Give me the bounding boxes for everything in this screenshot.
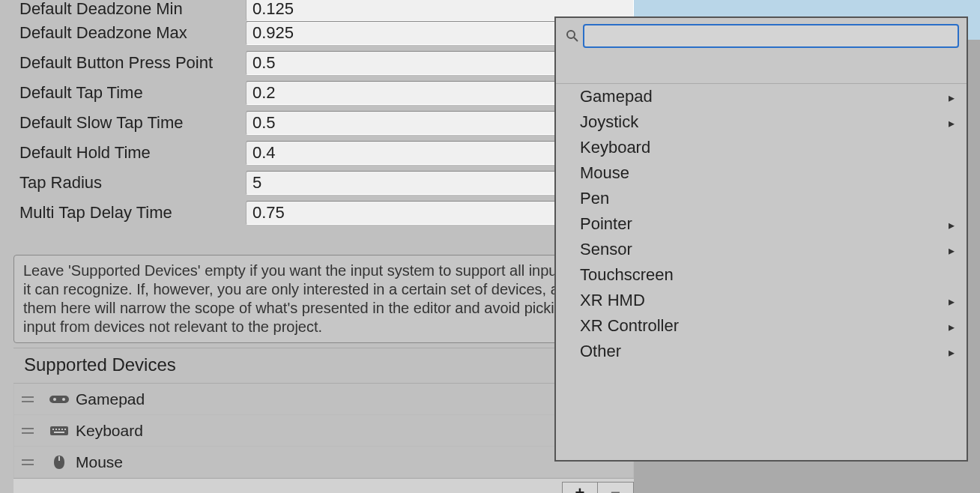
chevron-right-icon — [949, 291, 955, 310]
field-row: Default Deadzone Min — [13, 0, 634, 18]
field-row: Default Deadzone Max — [13, 18, 634, 48]
svg-rect-10 — [58, 456, 60, 461]
popup-item-label: Pen — [580, 189, 609, 208]
popup-list: Gamepad Joystick Keyboard Mouse Pen Poin… — [556, 84, 967, 460]
svg-point-11 — [567, 31, 575, 38]
popup-item-touchscreen[interactable]: Touchscreen — [556, 262, 967, 288]
drag-handle-icon[interactable] — [20, 428, 35, 434]
list-item-label: Keyboard — [76, 422, 143, 440]
chevron-right-icon — [949, 112, 955, 132]
drag-handle-icon[interactable] — [20, 396, 35, 402]
help-box: Leave 'Supported Devices' empty if you w… — [13, 255, 634, 343]
search-row — [556, 18, 967, 49]
popup-item-label: Gamepad — [580, 87, 653, 106]
svg-rect-0 — [49, 396, 69, 403]
field-label: Tap Radius — [13, 173, 246, 193]
popup-item-label: XR Controller — [580, 316, 679, 336]
field-label: Multi Tap Delay Time — [13, 203, 246, 223]
device-picker-popup: Gamepad Joystick Keyboard Mouse Pen Poin… — [554, 16, 968, 462]
chevron-right-icon — [949, 214, 955, 234]
popup-item-joystick[interactable]: Joystick — [556, 109, 967, 135]
chevron-right-icon — [949, 240, 955, 259]
list-item-label: Mouse — [76, 453, 123, 471]
popup-item-label: Joystick — [580, 112, 638, 132]
mouse-icon — [49, 454, 70, 471]
list-item[interactable]: Mouse — [14, 447, 633, 478]
list-footer: + − — [13, 478, 634, 493]
popup-item-label: Pointer — [580, 214, 632, 234]
field-label: Default Hold Time — [13, 143, 246, 163]
field-row: Tap Radius — [13, 168, 634, 198]
field-row: Default Slow Tap Time — [13, 108, 634, 138]
popup-item-xrcontroller[interactable]: XR Controller — [556, 313, 967, 339]
inspector-panel: Default Deadzone Min Default Deadzone Ma… — [13, 0, 634, 493]
gamepad-icon — [49, 391, 70, 408]
svg-rect-3 — [50, 426, 68, 435]
popup-header-spacer — [556, 49, 967, 84]
svg-rect-7 — [61, 429, 63, 430]
popup-item-label: Sensor — [580, 240, 632, 259]
svg-rect-8 — [64, 429, 66, 430]
list-item-label: Gamepad — [76, 390, 145, 408]
popup-item-label: Touchscreen — [580, 265, 674, 285]
popup-item-pen[interactable]: Pen — [556, 186, 967, 211]
svg-rect-6 — [58, 429, 60, 430]
remove-button[interactable]: − — [598, 482, 634, 494]
add-button[interactable]: + — [562, 482, 598, 494]
field-label: Default Slow Tap Time — [13, 113, 246, 133]
field-label: Default Deadzone Max — [13, 23, 246, 43]
supported-devices-header: Supported Devices — [13, 348, 634, 384]
popup-item-label: Keyboard — [580, 138, 650, 157]
search-icon — [565, 28, 580, 43]
svg-point-2 — [62, 398, 65, 401]
search-input[interactable] — [583, 24, 959, 48]
list-item[interactable]: Gamepad — [14, 384, 633, 415]
supported-devices-list: Gamepad Keyboard Mouse — [13, 384, 634, 479]
svg-rect-9 — [54, 432, 64, 433]
popup-item-pointer[interactable]: Pointer — [556, 211, 967, 237]
popup-item-gamepad[interactable]: Gamepad — [556, 84, 967, 109]
svg-rect-5 — [55, 429, 57, 430]
chevron-right-icon — [949, 87, 955, 106]
field-row: Default Button Press Point — [13, 48, 634, 78]
field-row: Default Tap Time — [13, 78, 634, 108]
popup-item-label: Other — [580, 342, 621, 361]
drag-handle-icon[interactable] — [20, 459, 35, 465]
field-row: Default Hold Time — [13, 138, 634, 168]
field-label: Default Tap Time — [13, 83, 246, 103]
svg-rect-4 — [52, 429, 54, 430]
svg-point-1 — [53, 398, 56, 401]
popup-item-other[interactable]: Other — [556, 339, 967, 364]
list-item[interactable]: Keyboard — [14, 415, 633, 447]
field-label: Default Button Press Point — [13, 53, 246, 73]
field-label: Default Deadzone Min — [13, 0, 246, 19]
keyboard-icon — [49, 423, 70, 439]
popup-item-xrhmd[interactable]: XR HMD — [556, 288, 967, 313]
popup-item-label: XR HMD — [580, 291, 645, 310]
popup-item-label: Mouse — [580, 163, 629, 183]
svg-line-12 — [574, 37, 578, 41]
field-row: Multi Tap Delay Time — [13, 198, 634, 228]
popup-item-sensor[interactable]: Sensor — [556, 237, 967, 262]
chevron-right-icon — [949, 316, 955, 336]
chevron-right-icon — [949, 342, 955, 361]
popup-item-keyboard[interactable]: Keyboard — [556, 135, 967, 160]
popup-item-mouse[interactable]: Mouse — [556, 160, 967, 186]
